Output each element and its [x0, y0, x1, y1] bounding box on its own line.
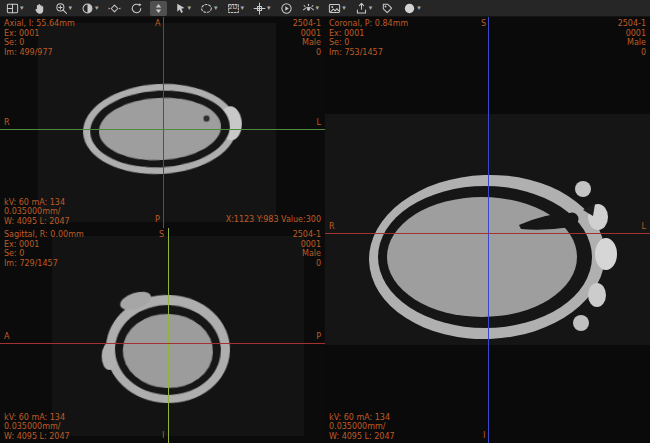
image-capture-button[interactable]: ▾ — [326, 1, 348, 16]
axial-info-topright: 2504-1 0001 Male 0 — [293, 19, 321, 57]
roi-2d-button[interactable]: 2D▾ — [225, 1, 247, 16]
rotate-button[interactable] — [128, 1, 145, 16]
sagittal-crosshair-vertical[interactable] — [168, 228, 169, 443]
chevron-down-icon[interactable]: ▾ — [369, 2, 373, 15]
coronal-acq: 0001 — [618, 29, 646, 39]
eye-icon — [302, 2, 315, 15]
layout-grid-button[interactable]: ▾ — [4, 1, 26, 16]
coronal-info-bottomleft: kV: 60 mA: 134 0.035000mm/ W: 4095 L: 20… — [329, 413, 395, 442]
pane-coronal[interactable]: Coronal, P: 0.84mm Ex: 0001 Se: 0 Im: 75… — [325, 17, 650, 443]
coronal-crosshair-vertical[interactable] — [488, 17, 489, 443]
axial-patient-id: 2504-1 — [293, 19, 321, 29]
eye-button[interactable]: ▾ — [300, 1, 322, 16]
coronal-spacing: 0.035000mm/ — [329, 422, 395, 432]
tag-icon — [381, 2, 394, 15]
axial-cursor-value: X:1123 Y:983 Value:300 — [226, 215, 321, 225]
axial-crosshair-horizontal[interactable] — [0, 129, 325, 130]
pan-hand-button[interactable] — [31, 1, 48, 16]
scroll-stack-icon — [152, 2, 165, 15]
coronal-crosshair-horizontal[interactable] — [325, 233, 650, 234]
chevron-down-icon[interactable]: ▾ — [417, 2, 421, 15]
coronal-se: Se: 0 — [329, 38, 408, 48]
coronal-info-topright: 2504-1 0001 Male 0 — [618, 19, 646, 57]
coronal-marker-superior: S — [481, 20, 486, 28]
sagittal-im: Im: 729/1457 — [4, 259, 84, 269]
zoom-magnifier-button[interactable]: ▾ — [53, 1, 75, 16]
sagittal-title: Sagittal, R: 0.00mm — [4, 230, 84, 240]
sagittal-marker-anterior: A — [4, 333, 9, 341]
coronal-marker-left: L — [642, 223, 646, 231]
axial-title: Axial, I: 55.64mm — [4, 19, 75, 29]
sagittal-marker-inferior: I — [162, 432, 164, 440]
coronal-patient-id: 2504-1 — [618, 19, 646, 29]
chevron-down-icon[interactable]: ▾ — [69, 2, 73, 15]
ellipse-roi-icon — [200, 2, 213, 15]
image-capture-icon — [328, 2, 341, 15]
tag-button[interactable] — [379, 1, 396, 16]
export-icon — [355, 2, 368, 15]
chevron-down-icon[interactable]: ▾ — [241, 2, 245, 15]
pane-sagittal[interactable]: Sagittal, R: 0.00mm Ex: 0001 Se: 0 Im: 7… — [0, 228, 325, 443]
axial-sex: Male — [293, 38, 321, 48]
sagittal-spacing: 0.035000mm/ — [4, 422, 70, 432]
rotate-icon — [130, 2, 143, 15]
roi-2d-icon: 2D — [227, 2, 240, 15]
coronal-window-level: W: 4095 L: 2047 — [329, 432, 395, 442]
chevron-down-icon[interactable]: ▾ — [214, 2, 218, 15]
chevron-down-icon[interactable]: ▾ — [188, 2, 192, 15]
sagittal-num: 0 — [293, 259, 321, 269]
sagittal-info-topright: 2504-1 0001 Male 0 — [293, 230, 321, 268]
scroll-stack-button[interactable] — [150, 1, 167, 16]
pane-axial[interactable]: Axial, I: 55.64mm Ex: 0001 Se: 0 Im: 499… — [0, 17, 325, 228]
coronal-ex: Ex: 0001 — [329, 29, 408, 39]
layout-grid-icon — [6, 2, 19, 15]
window-level-icon — [81, 2, 94, 15]
coronal-marker-inferior: I — [483, 432, 485, 440]
cine-play-button[interactable] — [278, 1, 295, 16]
chevron-down-icon[interactable]: ▾ — [20, 2, 24, 15]
axial-num: 0 — [293, 48, 321, 58]
chevron-down-icon[interactable]: ▾ — [95, 2, 99, 15]
pointer-arrow-icon — [174, 2, 187, 15]
localizer-crosshair-button[interactable]: ▾ — [251, 1, 273, 16]
axial-info-topleft: Axial, I: 55.64mm Ex: 0001 Se: 0 Im: 499… — [4, 19, 75, 57]
axial-info-bottomleft: kV: 60 mA: 134 0.035000mm/ W: 4095 L: 20… — [4, 198, 70, 227]
coronal-marker-right: R — [329, 223, 335, 231]
chevron-down-icon[interactable]: ▾ — [316, 2, 320, 15]
chevron-down-icon[interactable]: ▾ — [267, 2, 271, 15]
axial-marker-left: L — [317, 119, 321, 127]
coronal-num: 0 — [618, 48, 646, 58]
sagittal-se: Se: 0 — [4, 249, 84, 259]
chevron-down-icon[interactable]: ▾ — [342, 2, 346, 15]
sagittal-info-topleft: Sagittal, R: 0.00mm Ex: 0001 Se: 0 Im: 7… — [4, 230, 84, 268]
window-level-button[interactable]: ▾ — [79, 1, 101, 16]
sagittal-crosshair-horizontal[interactable] — [0, 343, 325, 344]
coronal-kv: kV: 60 mA: 134 — [329, 413, 395, 423]
cine-play-icon — [280, 2, 293, 15]
axial-ex: Ex: 0001 — [4, 29, 75, 39]
sagittal-marker-superior: S — [159, 231, 164, 239]
sphere-button[interactable]: ▾ — [401, 1, 423, 16]
sagittal-patient-id: 2504-1 — [293, 230, 321, 240]
coronal-im: Im: 753/1457 — [329, 48, 408, 58]
localizer-crosshair-icon — [253, 2, 266, 15]
sagittal-info-bottomleft: kV: 60 mA: 134 0.035000mm/ W: 4095 L: 20… — [4, 413, 70, 442]
sagittal-window-level: W: 4095 L: 2047 — [4, 432, 70, 442]
axial-acq: 0001 — [293, 29, 321, 39]
axial-im: Im: 499/977 — [4, 48, 75, 58]
ellipse-roi-button[interactable]: ▾ — [198, 1, 220, 16]
axial-marker-anterior: A — [155, 20, 160, 28]
coronal-info-topleft: Coronal, P: 0.84mm Ex: 0001 Se: 0 Im: 75… — [329, 19, 408, 57]
axial-marker-posterior: P — [155, 216, 160, 224]
pointer-arrow-button[interactable]: ▾ — [172, 1, 194, 16]
axial-crosshair-vertical[interactable] — [163, 17, 164, 228]
flip-horizontal-button[interactable] — [106, 1, 123, 16]
axial-marker-right: R — [4, 119, 10, 127]
axial-spacing: 0.035000mm/ — [4, 207, 70, 217]
axial-kv: kV: 60 mA: 134 — [4, 198, 70, 208]
coronal-title: Coronal, P: 0.84mm — [329, 19, 408, 29]
dicom-viewer-window: ▾▾▾▾▾2D▾▾▾▾▾▾ Axial, I: 55.64mm Ex: 0001… — [0, 0, 650, 443]
export-button[interactable]: ▾ — [353, 1, 375, 16]
axial-window-level: W: 4095 L: 2047 — [4, 217, 70, 227]
axial-se: Se: 0 — [4, 38, 75, 48]
